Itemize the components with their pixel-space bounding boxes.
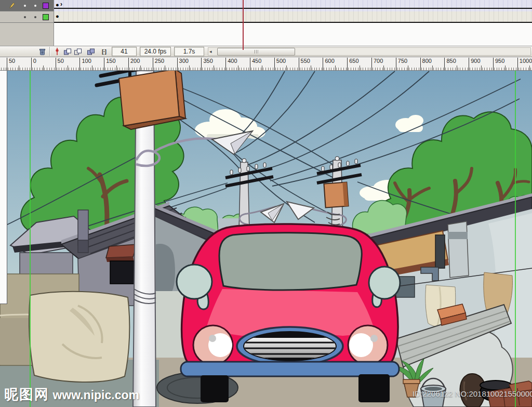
flash-editor-window: ● › ● [· [0, 0, 532, 407]
ruler-label: 0 [31, 58, 36, 70]
modify-markers-button[interactable]: [·] [98, 47, 110, 56]
ruler-label: 350 [201, 58, 212, 70]
windshield [219, 233, 362, 290]
watermark-url: www.nipic.com [49, 388, 139, 402]
layer-outline-color-swatch[interactable] [43, 14, 49, 20]
lock-dot[interactable] [34, 16, 36, 18]
keyframe-dot: ● [56, 1, 59, 8]
ruler-label: 850 [444, 58, 456, 70]
ruler-label: 200 [128, 58, 140, 70]
show-hide-dot[interactable] [24, 5, 26, 7]
ruler-label: 300 [177, 58, 189, 70]
separator [49, 47, 50, 56]
right-headlight [348, 325, 388, 365]
bumper [181, 362, 399, 376]
layer-row-1[interactable] [0, 0, 54, 11]
ruler-label: 450 [250, 58, 261, 70]
stock-id-text: ID:2206122 NO:20181002155000049000 [413, 389, 532, 398]
frames-area[interactable]: ● › ● [54, 0, 532, 46]
timeline-panel: ● › ● [· [0, 0, 532, 57]
elapsed-time-field[interactable]: 1.7s [174, 47, 204, 56]
ruler-label: 950 [493, 58, 504, 70]
ruler-label: 50 [56, 58, 64, 70]
layer-2-frames[interactable]: ● [54, 11, 532, 23]
ruler-label: 650 [347, 58, 358, 70]
edit-pencil-icon [8, 2, 16, 9]
onion-skin-button[interactable] [63, 47, 72, 56]
onion-skin-outlines-button[interactable] [73, 47, 83, 56]
ruler-label: 800 [420, 58, 432, 70]
center-frame-button[interactable] [52, 47, 62, 56]
layer-outline-color-swatch[interactable] [43, 3, 49, 9]
scene-artwork [0, 71, 532, 407]
layer-1-frames[interactable]: ● › [54, 0, 532, 11]
right-wheel [358, 374, 390, 402]
ruler-label: 250 [153, 58, 164, 70]
ruler-label: 150 [104, 58, 115, 70]
scrollbar-thumb[interactable] [217, 48, 295, 56]
left-wheel [201, 375, 229, 402]
playhead-line[interactable] [243, 0, 244, 50]
layer-row-2[interactable] [0, 11, 54, 23]
ruler-label: 400 [225, 58, 237, 70]
stage-canvas[interactable]: 昵图网 www.nipic.com ID:2206122 NO:20181002… [0, 71, 532, 407]
guide-line[interactable] [30, 71, 31, 407]
pasteboard-strip [0, 71, 7, 304]
layers-panel [0, 0, 54, 46]
tween-arrow: › [60, 1, 62, 8]
show-hide-dot[interactable] [24, 16, 26, 18]
ruler-label: 100 [79, 58, 91, 70]
motion-tween-line [54, 8, 532, 9]
ruler-label: 550 [299, 58, 310, 70]
horizontal-ruler[interactable]: 5005010015020025030035040045050055060065… [0, 57, 532, 71]
watermark: 昵图网 www.nipic.com [4, 385, 139, 404]
transformer-box [324, 182, 348, 208]
ruler-label: 900 [469, 58, 480, 70]
grille [237, 327, 343, 365]
pole-sign [119, 71, 185, 129]
car [177, 224, 400, 402]
ruler-label: 600 [323, 58, 334, 70]
edit-multiple-frames-button[interactable] [86, 47, 96, 56]
ruler-label: 750 [396, 58, 407, 70]
timeline-scrollbar[interactable]: ◂ [208, 47, 531, 56]
keyframe-dot: ● [56, 12, 59, 20]
ruler-label: 700 [371, 58, 383, 70]
ruler-label: 500 [274, 58, 286, 70]
timeline-controls-bar: [·] 41 24.0 fps 1.7s ◂ [0, 46, 532, 57]
scroll-left-arrow[interactable]: ◂ [209, 48, 212, 55]
lock-dot[interactable] [34, 5, 36, 7]
ruler-label: 50 [7, 58, 15, 70]
ruler-label: 1000 [517, 58, 532, 70]
guide-line[interactable] [515, 71, 516, 407]
current-frame-field[interactable]: 41 [112, 47, 137, 56]
frame-rate-field[interactable]: 24.0 fps [140, 47, 171, 56]
delete-layer-button[interactable] [37, 47, 47, 56]
watermark-site-name: 昵图网 [4, 386, 49, 402]
left-headlight [193, 325, 233, 365]
